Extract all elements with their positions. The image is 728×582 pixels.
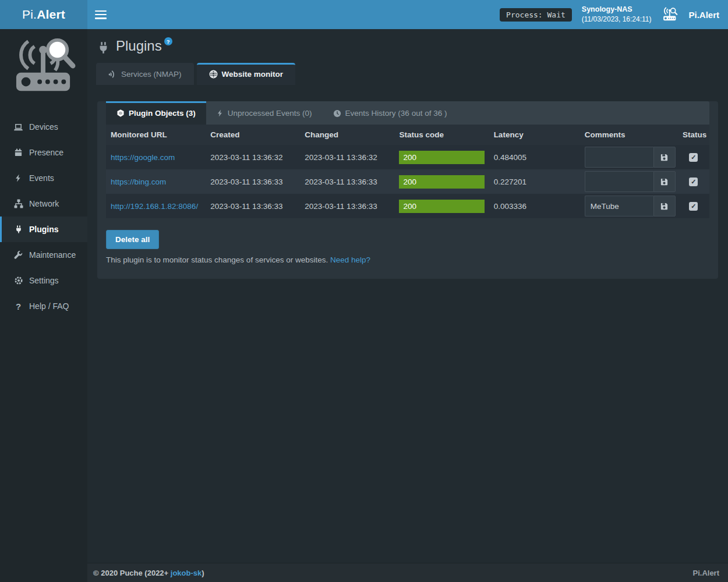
status-checkbox[interactable]: ✓ — [689, 202, 698, 211]
sidebar-item-settings[interactable]: Settings — [0, 268, 87, 293]
monitored-url-link[interactable]: https://google.com — [111, 153, 175, 162]
note-text: This plugin is to monitor status changes… — [106, 255, 328, 264]
tab-services-nmap[interactable]: Services (NMAP) — [96, 63, 194, 85]
plug-icon — [97, 41, 109, 55]
network-icon — [13, 199, 24, 208]
tab-label: Services (NMAP) — [121, 70, 182, 79]
sidebar-item-label: Help / FAQ — [29, 301, 69, 311]
comment-input[interactable] — [585, 196, 653, 217]
sidebar-item-label: Maintenance — [29, 250, 76, 260]
save-comment-button[interactable] — [653, 196, 676, 217]
col-header-changed: Changed — [300, 125, 394, 145]
status-checkbox[interactable]: ✓ — [689, 178, 698, 186]
sidebar-item-label: Devices — [29, 122, 58, 132]
monitored-url-link[interactable]: http://192.168.1.82:8086/ — [111, 202, 198, 211]
calendar-icon — [13, 148, 24, 157]
cube-icon — [116, 109, 125, 118]
status-checkbox[interactable]: ✓ — [689, 153, 698, 162]
panel-tabs: Plugin Objects (3) Unprocessed Events (0… — [106, 101, 709, 125]
tab-label: Events History (36 out of 36 ) — [345, 109, 447, 118]
table-row: http://192.168.1.82:8086/ 2023-03-11 13:… — [106, 194, 709, 218]
sidebar: Devices Presence Events Network Plugins — [0, 29, 87, 582]
host-timestamp: (11/03/2023, 16:24:11) — [582, 15, 652, 24]
pialert-logo-graphic — [9, 37, 78, 98]
sidebar-menu: Devices Presence Events Network Plugins — [0, 114, 87, 319]
created-cell: 2023-03-11 13:36:33 — [206, 194, 300, 218]
navbar: Process: Wait Synology-NAS (11/03/2023, … — [87, 0, 728, 29]
jokob-sk-link[interactable]: jokob-sk — [171, 569, 202, 577]
sidebar-item-events[interactable]: Events — [0, 165, 87, 191]
changed-cell: 2023-03-11 13:36:32 — [300, 145, 394, 169]
footer-app-name: Pi.Alert — [692, 569, 719, 577]
brand-prefix: Pi. — [22, 8, 37, 22]
tab-unprocessed-events[interactable]: Unprocessed Events (0) — [206, 101, 323, 125]
save-comment-button[interactable] — [653, 147, 676, 168]
sidebar-item-presence[interactable]: Presence — [0, 140, 87, 165]
sidebar-item-plugins[interactable]: Plugins — [0, 217, 87, 242]
satellite-dish-icon — [108, 70, 117, 79]
brand-logo[interactable]: Pi.Alert — [0, 0, 87, 29]
clock-icon — [333, 109, 341, 118]
latency-cell: 0.227201 — [489, 169, 580, 194]
col-header-monitored-url: Monitored URL — [106, 125, 206, 145]
tab-events-history[interactable]: Events History (36 out of 36 ) — [323, 101, 458, 125]
col-header-created: Created — [206, 125, 300, 145]
sidebar-item-help[interactable]: ? Help / FAQ — [0, 293, 87, 319]
bolt-icon — [13, 173, 24, 183]
bolt-icon — [217, 109, 224, 118]
floppy-save-icon — [660, 153, 669, 162]
sidebar-item-label: Network — [29, 199, 59, 208]
plugin-objects-table: Monitored URL Created Changed Status cod… — [106, 125, 709, 218]
col-header-status: Status — [678, 125, 709, 145]
sidebar-item-maintenance[interactable]: Maintenance — [0, 242, 87, 268]
created-cell: 2023-03-11 13:36:32 — [206, 145, 300, 169]
tab-label: Website monitor — [222, 70, 284, 79]
created-cell: 2023-03-11 13:36:33 — [206, 169, 300, 194]
app-name[interactable]: Pi.Alert — [688, 10, 719, 20]
need-help-link[interactable]: Need help? — [330, 255, 370, 264]
copyright-prefix: © 2020 Puche (2022+ — [93, 569, 171, 577]
plug-icon — [13, 225, 24, 234]
question-icon: ? — [13, 301, 24, 311]
hamburger-menu-icon[interactable] — [95, 10, 107, 19]
tab-label: Unprocessed Events (0) — [228, 109, 312, 118]
sidebar-item-label: Presence — [29, 148, 63, 157]
page-title: Plugins ? — [96, 34, 719, 56]
floppy-save-icon — [660, 202, 669, 211]
plugin-note: This plugin is to monitor status changes… — [106, 255, 709, 264]
floppy-save-icon — [660, 178, 669, 186]
col-header-comments: Comments — [580, 125, 678, 145]
help-badge[interactable]: ? — [164, 37, 172, 45]
changed-cell: 2023-03-11 13:36:33 — [300, 169, 394, 194]
gear-icon — [13, 276, 24, 285]
table-row: https://google.com 2023-03-11 13:36:32 2… — [106, 145, 709, 169]
main-content: Plugins ? Services (NMAP) Website monito… — [87, 29, 728, 582]
table-row: https://bing.com 2023-03-11 13:36:33 202… — [106, 169, 709, 194]
col-header-status-code: Status code — [394, 125, 489, 145]
globe-icon — [209, 70, 218, 79]
latency-cell: 0.003336 — [489, 194, 580, 218]
copyright-suffix: ) — [202, 569, 204, 577]
sidebar-item-label: Settings — [29, 276, 59, 285]
tab-plugin-objects[interactable]: Plugin Objects (3) — [106, 101, 206, 125]
comment-input[interactable] — [585, 171, 653, 192]
comment-input[interactable] — [585, 147, 653, 168]
status-code-badge: 200 — [399, 175, 484, 189]
tab-label: Plugin Objects (3) — [129, 109, 196, 118]
top-header: Pi.Alert Process: Wait Synology-NAS (11/… — [0, 0, 728, 29]
sidebar-item-label: Plugins — [29, 225, 59, 234]
host-name: Synology-NAS — [582, 5, 652, 15]
process-status-badge: Process: Wait — [500, 8, 572, 22]
sidebar-item-devices[interactable]: Devices — [0, 114, 87, 140]
delete-all-button[interactable]: Delete all — [106, 230, 159, 249]
changed-cell: 2023-03-11 13:36:33 — [300, 194, 394, 218]
laptop-icon — [13, 123, 24, 132]
latency-cell: 0.484005 — [489, 145, 580, 169]
status-code-badge: 200 — [399, 200, 484, 213]
host-info: Synology-NAS (11/03/2023, 16:24:11) — [582, 5, 652, 24]
save-comment-button[interactable] — [653, 171, 676, 192]
footer: © 2020 Puche (2022+ jokob-sk) Pi.Alert — [87, 563, 728, 582]
tab-website-monitor[interactable]: Website monitor — [197, 63, 296, 85]
monitored-url-link[interactable]: https://bing.com — [111, 178, 166, 186]
sidebar-item-network[interactable]: Network — [0, 191, 87, 217]
